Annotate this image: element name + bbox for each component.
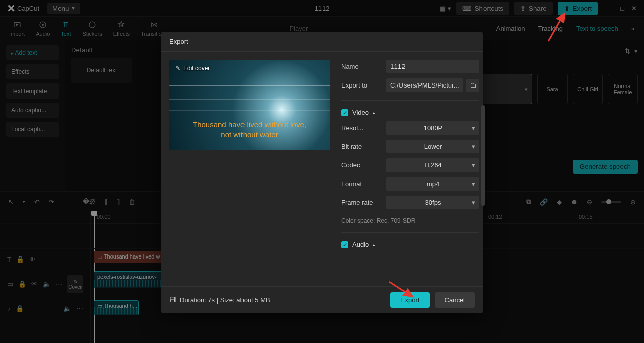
caret-up-icon: ▴ <box>373 242 375 247</box>
folder-icon: 🗀 <box>470 81 476 89</box>
bitrate-select[interactable]: Lower <box>386 140 479 153</box>
resolution-select[interactable]: 1080P <box>386 121 479 135</box>
browse-folder-button[interactable]: 🗀 <box>466 79 479 92</box>
modal-export-button[interactable]: Export <box>390 292 430 308</box>
modal-footer: 🎞 Duration: 7s | Size: about 5 MB Export… <box>161 286 483 313</box>
video-section[interactable]: Video ▴ <box>341 109 479 116</box>
film-icon: 🎞 <box>169 296 176 304</box>
pencil-icon: ✎ <box>175 65 180 72</box>
export-modal: Export ✎ Edit cover Thousand have lived … <box>161 32 483 313</box>
name-input[interactable] <box>386 60 479 73</box>
bitrate-label: Bit rate <box>341 143 381 150</box>
format-label: Format <box>341 180 381 188</box>
modal-title: Export <box>161 32 483 52</box>
cover-preview: ✎ Edit cover Thousand have lived without… <box>169 60 330 278</box>
caret-up-icon: ▴ <box>373 110 375 115</box>
duration-text: Duration: 7s | Size: about 5 MB <box>180 296 270 304</box>
video-checkbox[interactable] <box>341 109 348 116</box>
scrollbar[interactable] <box>481 105 485 206</box>
framerate-label: Frame rate <box>341 199 381 206</box>
framerate-select[interactable]: 30fps <box>386 196 479 209</box>
format-select[interactable]: mp4 <box>386 177 479 191</box>
cover-caption: Thousand have lived without love, not wi… <box>169 120 330 139</box>
audio-section[interactable]: Audio ▴ <box>341 241 479 248</box>
codec-select[interactable]: H.264 <box>386 158 479 172</box>
resolution-label: Resol... <box>341 124 381 132</box>
name-label: Name <box>341 63 381 70</box>
export-form: Name Export to C:/Users/PMLS/Pictur... 🗀… <box>341 60 479 278</box>
codec-label: Codec <box>341 161 381 169</box>
audio-checkbox[interactable] <box>341 241 348 248</box>
cover-image: ✎ Edit cover Thousand have lived without… <box>169 60 330 150</box>
export-path: C:/Users/PMLS/Pictur... <box>386 78 463 92</box>
colorspace-hint: Color space: Rec. 709 SDR <box>341 217 479 224</box>
modal-cancel-button[interactable]: Cancel <box>435 292 475 308</box>
export-to-label: Export to <box>341 81 381 89</box>
edit-cover-button[interactable]: ✎ Edit cover <box>175 65 210 72</box>
